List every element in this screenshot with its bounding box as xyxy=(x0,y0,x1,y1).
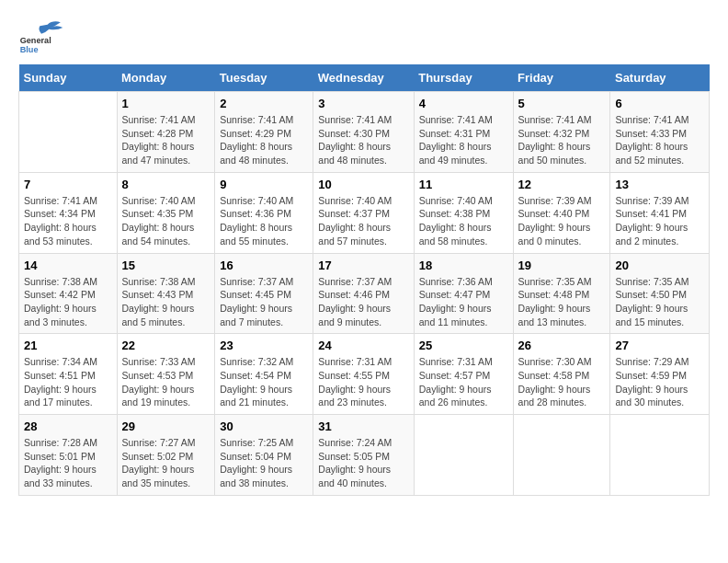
day-info: Sunrise: 7:40 AMSunset: 4:38 PMDaylight:… xyxy=(419,194,508,248)
calendar-cell: 31Sunrise: 7:24 AMSunset: 5:05 PMDayligh… xyxy=(313,415,414,496)
calendar-cell xyxy=(513,415,610,496)
calendar-cell: 3Sunrise: 7:41 AMSunset: 4:30 PMDaylight… xyxy=(313,92,414,173)
day-info: Sunrise: 7:40 AMSunset: 4:35 PMDaylight:… xyxy=(122,194,210,248)
day-info: Sunrise: 7:41 AMSunset: 4:28 PMDaylight:… xyxy=(122,113,210,167)
calendar-cell: 11Sunrise: 7:40 AMSunset: 4:38 PMDayligh… xyxy=(414,172,513,253)
day-info: Sunrise: 7:35 AMSunset: 4:48 PMDaylight:… xyxy=(518,275,606,329)
day-number: 24 xyxy=(318,339,408,352)
weekday-monday: Monday xyxy=(117,64,215,92)
calendar-cell: 2Sunrise: 7:41 AMSunset: 4:29 PMDaylight… xyxy=(215,92,313,173)
day-number: 6 xyxy=(615,97,704,110)
day-number: 5 xyxy=(518,97,606,110)
day-number: 22 xyxy=(122,339,210,352)
day-number: 7 xyxy=(24,178,112,191)
day-number: 28 xyxy=(24,419,112,433)
calendar-cell: 17Sunrise: 7:37 AMSunset: 4:46 PMDayligh… xyxy=(313,253,414,334)
day-info: Sunrise: 7:24 AMSunset: 5:05 PMDaylight:… xyxy=(318,436,408,490)
calendar-cell: 29Sunrise: 7:27 AMSunset: 5:02 PMDayligh… xyxy=(117,415,215,496)
calendar-table: SundayMondayTuesdayWednesdayThursdayFrid… xyxy=(18,64,710,496)
day-info: Sunrise: 7:25 AMSunset: 5:04 PMDaylight:… xyxy=(220,436,308,490)
calendar-cell xyxy=(610,415,710,496)
day-info: Sunrise: 7:41 AMSunset: 4:30 PMDaylight:… xyxy=(318,113,408,167)
day-number: 31 xyxy=(318,419,408,433)
day-info: Sunrise: 7:37 AMSunset: 4:45 PMDaylight:… xyxy=(220,275,308,329)
week-row-3: 14Sunrise: 7:38 AMSunset: 4:42 PMDayligh… xyxy=(19,253,710,334)
svg-text:General: General xyxy=(20,36,51,45)
day-info: Sunrise: 7:38 AMSunset: 4:42 PMDaylight:… xyxy=(24,275,112,329)
day-info: Sunrise: 7:41 AMSunset: 4:29 PMDaylight:… xyxy=(220,113,308,167)
day-info: Sunrise: 7:37 AMSunset: 4:46 PMDaylight:… xyxy=(318,275,408,329)
day-info: Sunrise: 7:41 AMSunset: 4:33 PMDaylight:… xyxy=(615,113,704,167)
calendar-cell: 28Sunrise: 7:28 AMSunset: 5:01 PMDayligh… xyxy=(19,415,118,496)
day-number: 30 xyxy=(220,419,308,433)
day-number: 13 xyxy=(615,178,704,191)
week-row-1: 1Sunrise: 7:41 AMSunset: 4:28 PMDaylight… xyxy=(19,92,710,173)
weekday-thursday: Thursday xyxy=(414,64,513,92)
day-number: 15 xyxy=(122,259,210,272)
day-number: 9 xyxy=(220,178,308,191)
day-number: 29 xyxy=(122,419,210,433)
calendar-cell: 30Sunrise: 7:25 AMSunset: 5:04 PMDayligh… xyxy=(215,415,313,496)
calendar-cell: 27Sunrise: 7:29 AMSunset: 4:59 PMDayligh… xyxy=(610,334,710,415)
weekday-friday: Friday xyxy=(513,64,610,92)
day-info: Sunrise: 7:32 AMSunset: 4:54 PMDaylight:… xyxy=(220,355,308,409)
calendar-cell: 10Sunrise: 7:40 AMSunset: 4:37 PMDayligh… xyxy=(313,172,414,253)
day-info: Sunrise: 7:29 AMSunset: 4:59 PMDaylight:… xyxy=(615,355,704,409)
calendar-cell: 8Sunrise: 7:40 AMSunset: 4:35 PMDaylight… xyxy=(117,172,215,253)
day-info: Sunrise: 7:33 AMSunset: 4:53 PMDaylight:… xyxy=(122,355,210,409)
day-number: 2 xyxy=(220,97,308,110)
calendar-cell: 9Sunrise: 7:40 AMSunset: 4:36 PMDaylight… xyxy=(215,172,313,253)
calendar-cell: 16Sunrise: 7:37 AMSunset: 4:45 PMDayligh… xyxy=(215,253,313,334)
day-number: 8 xyxy=(122,178,210,191)
page-header: General Blue xyxy=(18,18,710,55)
calendar-cell: 18Sunrise: 7:36 AMSunset: 4:47 PMDayligh… xyxy=(414,253,513,334)
weekday-saturday: Saturday xyxy=(610,64,710,92)
calendar-cell: 25Sunrise: 7:31 AMSunset: 4:57 PMDayligh… xyxy=(414,334,513,415)
day-number: 19 xyxy=(518,259,606,272)
weekday-wednesday: Wednesday xyxy=(313,64,414,92)
day-info: Sunrise: 7:27 AMSunset: 5:02 PMDaylight:… xyxy=(122,436,210,490)
day-number: 14 xyxy=(24,259,112,272)
calendar-cell: 22Sunrise: 7:33 AMSunset: 4:53 PMDayligh… xyxy=(117,334,215,415)
calendar-cell: 12Sunrise: 7:39 AMSunset: 4:40 PMDayligh… xyxy=(513,172,610,253)
day-number: 20 xyxy=(615,259,704,272)
day-number: 12 xyxy=(518,178,606,191)
day-number: 4 xyxy=(419,97,508,110)
day-info: Sunrise: 7:34 AMSunset: 4:51 PMDaylight:… xyxy=(24,355,112,409)
day-number: 17 xyxy=(318,259,408,272)
calendar-cell: 20Sunrise: 7:35 AMSunset: 4:50 PMDayligh… xyxy=(610,253,710,334)
week-row-5: 28Sunrise: 7:28 AMSunset: 5:01 PMDayligh… xyxy=(19,415,710,496)
day-number: 3 xyxy=(318,97,408,110)
day-number: 11 xyxy=(419,178,508,191)
day-info: Sunrise: 7:30 AMSunset: 4:58 PMDaylight:… xyxy=(518,355,606,409)
svg-text:Blue: Blue xyxy=(20,45,39,54)
day-number: 25 xyxy=(419,339,508,352)
day-number: 10 xyxy=(318,178,408,191)
day-number: 26 xyxy=(518,339,606,352)
day-info: Sunrise: 7:40 AMSunset: 4:36 PMDaylight:… xyxy=(220,194,308,248)
day-number: 27 xyxy=(615,339,704,352)
calendar-cell: 1Sunrise: 7:41 AMSunset: 4:28 PMDaylight… xyxy=(117,92,215,173)
day-info: Sunrise: 7:31 AMSunset: 4:57 PMDaylight:… xyxy=(419,355,508,409)
calendar-cell: 26Sunrise: 7:30 AMSunset: 4:58 PMDayligh… xyxy=(513,334,610,415)
weekday-sunday: Sunday xyxy=(19,64,118,92)
day-info: Sunrise: 7:28 AMSunset: 5:01 PMDaylight:… xyxy=(24,436,112,490)
day-info: Sunrise: 7:35 AMSunset: 4:50 PMDaylight:… xyxy=(615,275,704,329)
day-info: Sunrise: 7:41 AMSunset: 4:34 PMDaylight:… xyxy=(24,194,112,248)
calendar-cell: 4Sunrise: 7:41 AMSunset: 4:31 PMDaylight… xyxy=(414,92,513,173)
day-number: 21 xyxy=(24,339,112,352)
logo-icon: General Blue xyxy=(18,18,64,55)
logo: General Blue xyxy=(18,18,64,55)
calendar-cell: 24Sunrise: 7:31 AMSunset: 4:55 PMDayligh… xyxy=(313,334,414,415)
calendar-cell: 7Sunrise: 7:41 AMSunset: 4:34 PMDaylight… xyxy=(19,172,118,253)
day-info: Sunrise: 7:41 AMSunset: 4:32 PMDaylight:… xyxy=(518,113,606,167)
weekday-tuesday: Tuesday xyxy=(215,64,313,92)
day-number: 23 xyxy=(220,339,308,352)
day-number: 18 xyxy=(419,259,508,272)
day-info: Sunrise: 7:39 AMSunset: 4:40 PMDaylight:… xyxy=(518,194,606,248)
calendar-cell: 14Sunrise: 7:38 AMSunset: 4:42 PMDayligh… xyxy=(19,253,118,334)
day-info: Sunrise: 7:41 AMSunset: 4:31 PMDaylight:… xyxy=(419,113,508,167)
day-info: Sunrise: 7:38 AMSunset: 4:43 PMDaylight:… xyxy=(122,275,210,329)
week-row-4: 21Sunrise: 7:34 AMSunset: 4:51 PMDayligh… xyxy=(19,334,710,415)
calendar-cell: 13Sunrise: 7:39 AMSunset: 4:41 PMDayligh… xyxy=(610,172,710,253)
